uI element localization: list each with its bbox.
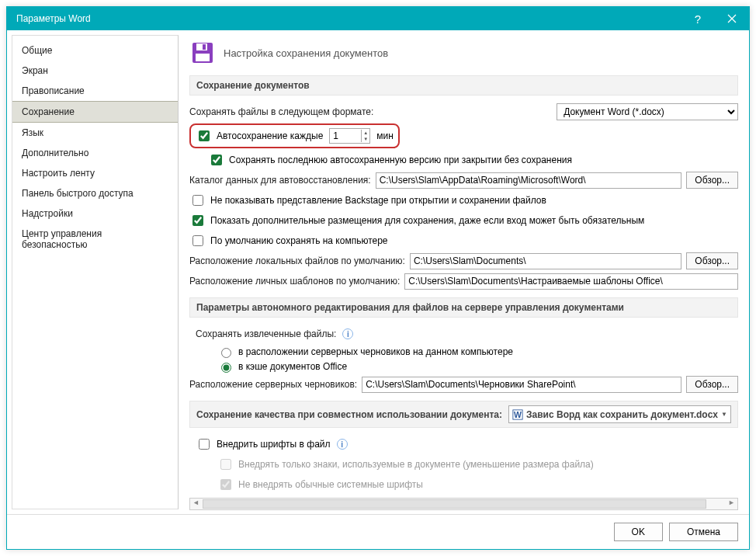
autorecover-browse-button[interactable]: Обзор... bbox=[686, 172, 738, 189]
sidebar-item-ribbon[interactable]: Настроить ленту bbox=[12, 163, 178, 183]
keep-last-checkbox[interactable]: Сохранять последнюю автосохраненную верс… bbox=[208, 152, 572, 168]
section-offline-header: Параметры автономного редактирования для… bbox=[189, 297, 738, 318]
sidebar-item-addins[interactable]: Надстройки bbox=[12, 203, 178, 224]
titlebar: Параметры Word ? bbox=[7, 7, 749, 30]
templates-label: Расположение личных шаблонов по умолчани… bbox=[189, 276, 400, 287]
autosave-highlight: Автосохранение каждые ▲▼ мин bbox=[189, 123, 400, 148]
extracted-label: Сохранять извлеченные файлы: bbox=[196, 328, 336, 339]
sidebar-item-display[interactable]: Экран bbox=[12, 61, 178, 81]
skip-system-checkbox: Не внедрять обычные системные шрифты bbox=[217, 477, 423, 492]
close-button[interactable] bbox=[715, 7, 749, 30]
info-icon[interactable]: i bbox=[337, 439, 348, 450]
show-extra-checkbox[interactable]: Показать дополнительные размещения для с… bbox=[189, 213, 644, 228]
chevron-down-icon: ▼ bbox=[721, 411, 727, 418]
sidebar-item-save[interactable]: Сохранение bbox=[12, 101, 178, 123]
format-select[interactable]: Документ Word (*.docx) bbox=[557, 103, 738, 120]
local-loc-input[interactable] bbox=[410, 253, 681, 269]
svg-rect-2 bbox=[203, 44, 206, 50]
drafts-label: Расположение серверных черновиков: bbox=[189, 379, 357, 390]
content-pane: Настройка сохранения документов Сохранен… bbox=[179, 30, 749, 514]
default-pc-checkbox[interactable]: По умолчанию сохранять на компьютере bbox=[189, 233, 388, 248]
window-title: Параметры Word bbox=[16, 13, 681, 24]
horizontal-scrollbar[interactable] bbox=[189, 498, 738, 510]
word-doc-icon: W bbox=[512, 409, 523, 420]
sidebar-item-proofing[interactable]: Правописание bbox=[12, 81, 178, 101]
radio-office-cache[interactable]: в кэше документов Office bbox=[217, 360, 738, 373]
local-loc-label: Расположение локальных файлов по умолчан… bbox=[189, 255, 405, 266]
embed-fonts-checkbox[interactable]: Внедрить шрифты в файл bbox=[196, 436, 331, 452]
sidebar-item-language[interactable]: Язык bbox=[12, 123, 178, 143]
document-select[interactable]: W Завис Ворд как сохранить документ.docx… bbox=[508, 405, 731, 423]
autorecover-dir-input[interactable] bbox=[376, 172, 682, 189]
no-backstage-checkbox[interactable]: Не показывать представление Backstage пр… bbox=[189, 193, 546, 208]
autorecover-dir-label: Каталог данных для автовосстановления: bbox=[189, 175, 371, 186]
svg-text:W: W bbox=[514, 409, 522, 419]
word-options-window: Параметры Word ? Общие Экран Правописани… bbox=[6, 6, 750, 550]
info-icon[interactable]: i bbox=[342, 328, 353, 339]
sidebar-item-general[interactable]: Общие bbox=[12, 40, 178, 61]
content-title: Настройка сохранения документов bbox=[224, 47, 388, 59]
embed-used-checkbox: Внедрять только знаки, используемые в до… bbox=[217, 457, 594, 472]
templates-input[interactable] bbox=[404, 273, 738, 290]
radio-server-drafts[interactable]: в расположении серверных черновиков на д… bbox=[217, 346, 738, 358]
svg-rect-3 bbox=[196, 54, 210, 61]
cancel-button[interactable]: Отмена bbox=[669, 523, 738, 541]
drafts-browse-button[interactable]: Обзор... bbox=[686, 376, 738, 393]
autosave-checkbox[interactable]: Автосохранение каждые bbox=[196, 128, 323, 144]
drafts-input[interactable] bbox=[362, 377, 681, 393]
sidebar-item-qat[interactable]: Панель быстрого доступа bbox=[12, 183, 178, 203]
ok-button[interactable]: OK bbox=[614, 523, 663, 541]
autosave-minutes-spinner[interactable]: ▲▼ bbox=[329, 128, 370, 144]
format-label: Сохранять файлы в следующем формате: bbox=[189, 106, 373, 117]
sidebar-item-advanced[interactable]: Дополнительно bbox=[12, 143, 178, 163]
help-button[interactable]: ? bbox=[681, 7, 715, 30]
section-save-header: Сохранение документов bbox=[189, 75, 738, 96]
footer: OK Отмена bbox=[7, 514, 749, 549]
sidebar: Общие Экран Правописание Сохранение Язык… bbox=[12, 35, 179, 509]
local-loc-browse-button[interactable]: Обзор... bbox=[686, 252, 738, 269]
autosave-unit: мин bbox=[376, 130, 394, 141]
sidebar-item-trust[interactable]: Центр управления безопасностью bbox=[12, 224, 178, 255]
save-icon bbox=[189, 40, 216, 66]
section-quality-header: Сохранение качества при совместном испол… bbox=[189, 401, 738, 428]
